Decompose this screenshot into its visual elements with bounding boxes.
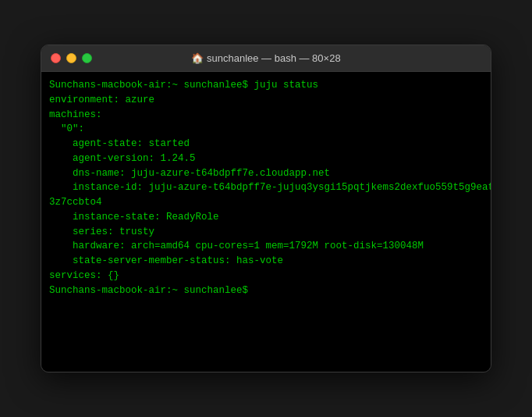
terminal-line: "0": <box>49 122 483 137</box>
titlebar: 🏠 sunchanlee — bash — 80×28 <box>41 45 491 72</box>
terminal-line: state-server-member-status: has-vote <box>49 254 483 269</box>
terminal-output: Sunchans-macbook-air:~ sunchanlee$ juju … <box>49 78 483 298</box>
terminal-line: 3z7ccbto4 <box>49 195 483 210</box>
window-title: 🏠 sunchanlee — bash — 80×28 <box>191 52 340 64</box>
close-button[interactable] <box>51 53 61 63</box>
terminal-line: series: trusty <box>49 225 483 240</box>
terminal-body[interactable]: Sunchans-macbook-air:~ sunchanlee$ juju … <box>41 72 491 372</box>
terminal-line: environment: azure <box>49 93 483 108</box>
terminal-line: instance-id: juju-azure-t64bdpff7e-jujuq… <box>49 180 483 195</box>
terminal-line: agent-version: 1.24.5 <box>49 151 483 166</box>
maximize-button[interactable] <box>82 53 92 63</box>
terminal-line: Sunchans-macbook-air:~ sunchanlee$ juju … <box>49 78 483 93</box>
terminal-line: services: {} <box>49 269 483 283</box>
terminal-window: 🏠 sunchanlee — bash — 80×28 Sunchans-mac… <box>41 45 491 372</box>
terminal-line: agent-state: started <box>49 137 483 151</box>
traffic-lights <box>51 53 92 63</box>
minimize-button[interactable] <box>66 53 76 63</box>
terminal-line: hardware: arch=amd64 cpu-cores=1 mem=179… <box>49 239 483 254</box>
terminal-line: dns-name: juju-azure-t64bdpff7e.cloudapp… <box>49 166 483 181</box>
title-icon: 🏠 <box>191 52 207 64</box>
terminal-line: Sunchans-macbook-air:~ sunchanlee$ <box>49 283 483 298</box>
terminal-line: instance-state: ReadyRole <box>49 210 483 225</box>
terminal-line: machines: <box>49 108 483 123</box>
